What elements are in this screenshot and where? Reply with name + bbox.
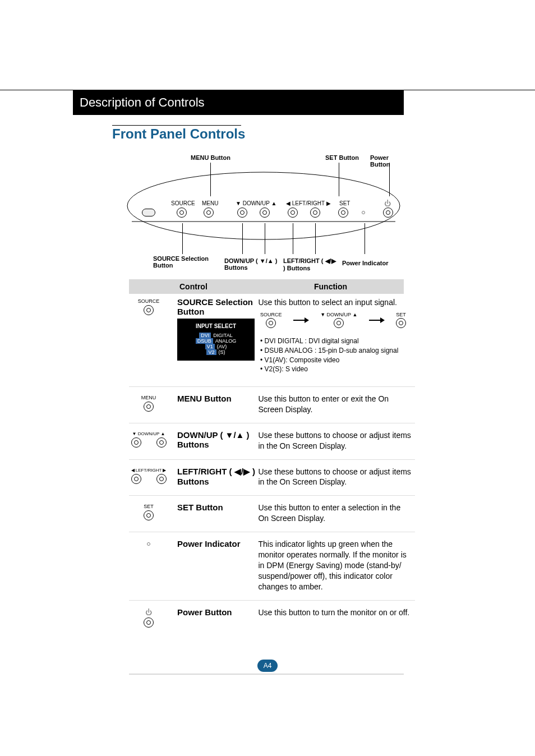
opt-c2: (S) <box>219 349 225 355</box>
label-set-button: SET Button <box>325 154 359 161</box>
input-select-opt: DSUBANALOG <box>182 338 250 344</box>
up-btn-icon <box>156 437 167 448</box>
label-power-indicator: Power Indicator <box>342 260 398 266</box>
row-set: SET SET Button Use this button to enter … <box>129 503 415 532</box>
panel-leftright-text: ◀ LEFT/RIGHT ▶ <box>286 200 331 206</box>
input-select-box: INPUT SELECT DVIDIGITAL DSUBANALOG V1(AV… <box>177 319 255 361</box>
row-downup-icon-text: ▼ DOWN/UP ▲ <box>124 431 173 436</box>
row-set-label: SET Button <box>177 503 256 512</box>
row-set-desc: Use this button to enter a selection in … <box>258 503 412 524</box>
label-source-selection: SOURCE Selection Button <box>153 255 220 269</box>
source-btn-icon <box>144 305 154 315</box>
label-leftright-buttons: LEFT/RIGHT ( ◀/▶ ) Buttons <box>283 257 339 271</box>
section-header: Description of Controls <box>73 90 404 115</box>
front-panel-diagram: SOURCE MENU ▼ DOWN/UP ▲ ◀ LEFT/RIGHT ▶ S… <box>126 171 401 241</box>
row-power-button: ⏻ Power Button Use this button to turn t… <box>129 607 415 626</box>
sp-source: SOURCE <box>260 312 282 328</box>
row-leftright-icon: ◀ LEFT/RIGHT ▶ <box>124 468 173 485</box>
opt-c2: ANALOG <box>215 338 237 344</box>
panel-left-btn-icon <box>288 208 298 218</box>
input-select-opt: DVIDIGITAL <box>182 333 250 338</box>
bullet: • DVI DIGITAL : DVI digital signal <box>260 336 398 346</box>
row-leftright-icon-text: ◀ LEFT/RIGHT ▶ <box>124 468 173 473</box>
bullet-text: V1(AV): Composite video <box>265 356 340 364</box>
callout-line <box>365 223 365 254</box>
row-source-icon-text: SOURCE <box>124 298 173 304</box>
row-source-label: SOURCE Selection Button <box>177 297 256 316</box>
sp-downup: ▼ DOWN/UP ▲ <box>320 312 357 328</box>
set-btn-icon <box>144 510 154 520</box>
bullet: • V2(S): S video <box>260 365 398 374</box>
sp-set: SET <box>396 312 406 328</box>
row-leftright-desc: Use these buttons to choose or adjust it… <box>258 467 412 488</box>
panel-menu-btn-icon <box>204 208 214 218</box>
sp-text: SET <box>396 312 406 317</box>
panel-led-icon <box>362 211 365 214</box>
power-icon: ⏻ <box>145 609 152 616</box>
opt-c2: (AV) <box>217 344 227 349</box>
signal-path-diagram: SOURCE ▼ DOWN/UP ▲ SET <box>260 312 406 328</box>
left-btn-icon <box>131 474 141 484</box>
bullet: • DSUB ANALOG : 15-pin D-sub analog sign… <box>260 346 398 356</box>
row-leftright-label: LEFT/RIGHT ( ◀/▶ ) Buttons <box>177 467 256 486</box>
panel-up-btn-icon <box>260 208 270 218</box>
input-select-title: INPUT SELECT <box>182 323 250 329</box>
bottom-rule <box>129 674 404 675</box>
panel-menu-text: MENU <box>202 200 218 206</box>
callout-line <box>242 223 243 254</box>
row-menu-icon-text: MENU <box>124 395 173 400</box>
panel-set-btn-icon <box>338 208 348 218</box>
ir-window-icon <box>142 209 155 216</box>
row-source-desc: Use this button to select an input signa… <box>258 297 412 308</box>
label-power-button: Power Button <box>370 154 409 168</box>
sp-text: ▼ DOWN/UP ▲ <box>320 312 357 317</box>
row-downup-label: DOWN/UP ( ▼/▲ ) Buttons <box>177 430 256 449</box>
bullet: • V1(AV): Composite video <box>260 356 398 365</box>
power-btn-icon <box>144 617 154 628</box>
sp-btn-icon <box>266 318 276 328</box>
row-menu-label: MENU Button <box>177 394 256 403</box>
callout-line <box>182 223 183 254</box>
row-set-icon-text: SET <box>124 504 173 509</box>
panel-right-btn-icon <box>310 208 320 218</box>
row-menu: MENU MENU Button Use this button to ente… <box>129 394 415 423</box>
menu-btn-icon <box>144 402 154 412</box>
subheading: Front Panel Controls <box>112 126 245 142</box>
row-downup-icon: ▼ DOWN/UP ▲ <box>124 431 173 449</box>
sp-text: SOURCE <box>260 312 282 317</box>
row-power-icon: ⏻ <box>124 609 173 629</box>
row-power-indicator: Power Indicator This indicator lights up… <box>129 539 415 600</box>
bullet-text: V2(S): S video <box>265 365 308 373</box>
panel-down-btn-icon <box>237 208 247 218</box>
opt-c1: V1 <box>205 344 215 349</box>
callout-line <box>265 223 265 254</box>
row-menu-icon: MENU <box>124 395 173 413</box>
row-downup-desc: Use these buttons to choose or adjust it… <box>258 430 412 451</box>
row-pi-label: Power Indicator <box>177 539 256 548</box>
row-pi-icon <box>124 540 173 548</box>
down-btn-icon <box>131 437 141 448</box>
panel-set-text: SET <box>339 200 350 206</box>
right-btn-icon <box>156 474 167 484</box>
input-select-opt: V1(AV) <box>182 344 250 349</box>
panel-source-text: SOURCE <box>171 200 195 206</box>
bullet-text: DVI DIGITAL : DVI digital signal <box>265 337 359 345</box>
controls-table: SOURCE SOURCE Selection Button Use this … <box>129 297 415 632</box>
table-header: Control Function <box>129 279 404 294</box>
th-control: Control <box>179 282 207 291</box>
row-source-icon: SOURCE <box>124 298 173 316</box>
sp-btn-icon <box>334 318 344 328</box>
panel-power-btn-icon <box>383 208 393 218</box>
label-downup-buttons: DOWN/UP ( ▼/▲ ) Buttons <box>224 257 280 271</box>
row-power-desc: Use this button to turn the monitor on o… <box>258 607 412 618</box>
power-icon: ⏻ <box>384 200 391 208</box>
callout-line <box>293 223 293 254</box>
led-icon <box>147 542 150 546</box>
arrow-right-icon <box>369 318 385 322</box>
row-menu-desc: Use this button to enter or exit the On … <box>258 394 412 415</box>
bullet-text: DSUB ANALOG : 15-pin D-sub analog signal <box>265 347 399 354</box>
row-downup: ▼ DOWN/UP ▲ DOWN/UP ( ▼/▲ ) Buttons Use … <box>129 430 415 460</box>
opt-c2: DIGITAL <box>213 333 232 338</box>
panel-button-row: SOURCE MENU ▼ DOWN/UP ▲ ◀ LEFT/RIGHT ▶ S… <box>126 202 401 224</box>
row-pi-desc: This indicator lights up green when the … <box>258 539 412 592</box>
